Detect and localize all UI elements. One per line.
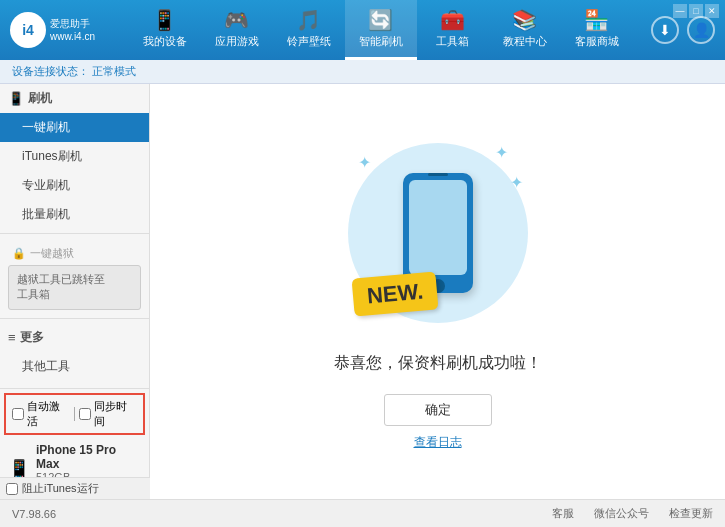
time-sync-input[interactable] bbox=[79, 408, 91, 420]
auto-activate-checkbox[interactable]: 自动激活 bbox=[12, 399, 70, 429]
footer-check-update[interactable]: 检查更新 bbox=[669, 506, 713, 521]
download-button[interactable]: ⬇ bbox=[651, 16, 679, 44]
nav-smart-flash-icon: 🔄 bbox=[368, 8, 393, 32]
sparkle-icon-3: ✦ bbox=[510, 173, 523, 192]
maximize-button[interactable]: □ bbox=[689, 4, 703, 18]
sidebar-item-other-tools[interactable]: 其他工具 bbox=[0, 352, 149, 381]
phone-top-button bbox=[428, 173, 448, 176]
sparkle-icon-1: ✦ bbox=[358, 153, 371, 172]
nav-tutorial[interactable]: 📚 教程中心 bbox=[489, 0, 561, 60]
view-log-button[interactable]: 查看日志 bbox=[414, 434, 462, 451]
confirm-button[interactable]: 确定 bbox=[384, 394, 492, 426]
nav-tutorial-icon: 📚 bbox=[512, 8, 537, 32]
nav-toolbox-icon: 🧰 bbox=[440, 8, 465, 32]
disabled-jailbreak-section: 🔒 一键越狱 越狱工具已跳转至工具箱 bbox=[0, 238, 149, 314]
nav-service-icon: 🏪 bbox=[584, 8, 609, 32]
nav-ringtone-icon: 🎵 bbox=[296, 8, 321, 32]
nav-app-games[interactable]: 🎮 应用游戏 bbox=[201, 0, 273, 60]
minimize-button[interactable]: — bbox=[673, 4, 687, 18]
footer: V7.98.66 客服 微信公众号 检查更新 bbox=[0, 499, 725, 527]
phone-screen bbox=[409, 180, 467, 275]
sidebar-item-batch-flash[interactable]: 批量刷机 bbox=[0, 200, 149, 229]
footer-service[interactable]: 客服 bbox=[552, 506, 574, 521]
auto-options-bar: 自动激活 同步时间 bbox=[4, 393, 145, 435]
footer-wechat[interactable]: 微信公众号 bbox=[594, 506, 649, 521]
nav-ringtone[interactable]: 🎵 铃声壁纸 bbox=[273, 0, 345, 60]
sidebar-more-section: ≡ 更多 bbox=[0, 323, 149, 352]
sidebar-divider-2 bbox=[0, 318, 149, 319]
sparkle-icon-2: ✦ bbox=[495, 143, 508, 162]
sidebar-item-itunes-flash[interactable]: iTunes刷机 bbox=[0, 142, 149, 171]
nav-service[interactable]: 🏪 客服商城 bbox=[561, 0, 633, 60]
sidebar-item-one-key-flash[interactable]: 一键刷机 bbox=[0, 113, 149, 142]
auto-options-divider bbox=[74, 407, 75, 421]
logo-icon: i4 bbox=[10, 12, 46, 48]
user-button[interactable]: 👤 bbox=[687, 16, 715, 44]
device-name: iPhone 15 Pro Max bbox=[36, 443, 141, 471]
nav-toolbox[interactable]: 🧰 工具箱 bbox=[417, 0, 489, 60]
more-section-icon: ≡ bbox=[8, 330, 16, 345]
nav-app-games-icon: 🎮 bbox=[224, 8, 249, 32]
header: i4 爱思助手 www.i4.cn 📱 我的设备 🎮 应用游戏 🎵 铃声壁纸 🔄… bbox=[0, 0, 725, 60]
logo-text: 爱思助手 www.i4.cn bbox=[50, 17, 95, 43]
main-content: ✦ ✦ ✦ NEW. 恭喜您，保资料刷机成功啦！ 确定 查看日志 bbox=[150, 84, 725, 499]
sidebar-item-pro-flash[interactable]: 专业刷机 bbox=[0, 171, 149, 200]
disabled-jailbreak-header: 🔒 一键越狱 bbox=[8, 242, 141, 265]
header-right: ⬇ 👤 bbox=[651, 16, 715, 44]
phone-illustration: ✦ ✦ ✦ NEW. bbox=[338, 133, 538, 333]
nav-my-device-icon: 📱 bbox=[152, 8, 177, 32]
success-message: 恭喜您，保资料刷机成功啦！ bbox=[334, 353, 542, 374]
itunes-bar: 阻止iTunes运行 bbox=[0, 477, 150, 499]
sidebar-divider-1 bbox=[0, 233, 149, 234]
breadcrumb: 设备连接状态： 正常模式 bbox=[0, 60, 725, 84]
close-button[interactable]: ✕ bbox=[705, 4, 719, 18]
nav-bar: 📱 我的设备 🎮 应用游戏 🎵 铃声壁纸 🔄 智能刷机 🧰 工具箱 📚 bbox=[110, 0, 651, 60]
nav-my-device[interactable]: 📱 我的设备 bbox=[129, 0, 201, 60]
disabled-jailbreak-box: 越狱工具已跳转至工具箱 bbox=[8, 265, 141, 310]
sidebar-flash-section: 📱 刷机 bbox=[0, 84, 149, 113]
flash-section-icon: 📱 bbox=[8, 91, 24, 106]
logo: i4 爱思助手 www.i4.cn bbox=[10, 12, 110, 48]
itunes-checkbox[interactable] bbox=[6, 483, 18, 495]
nav-smart-flash[interactable]: 🔄 智能刷机 bbox=[345, 0, 417, 60]
new-badge: NEW. bbox=[351, 271, 438, 316]
time-sync-checkbox[interactable]: 同步时间 bbox=[79, 399, 137, 429]
footer-version: V7.98.66 bbox=[12, 508, 56, 520]
auto-activate-input[interactable] bbox=[12, 408, 24, 420]
